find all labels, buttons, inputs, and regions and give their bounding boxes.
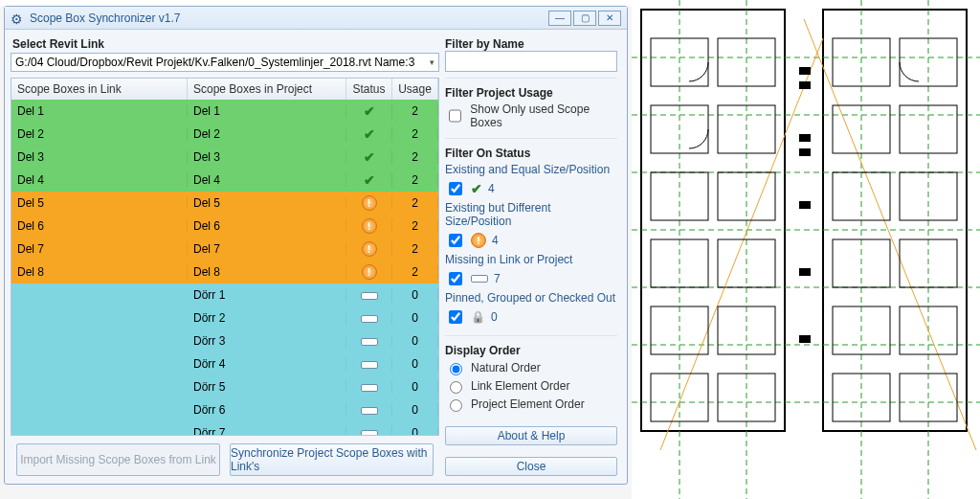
check-icon [364, 126, 375, 142]
display-order-option[interactable]: Natural Order [445, 360, 617, 375]
col-link[interactable]: Scope Boxes in Link [11, 79, 188, 100]
display-order-label: Display Order [445, 344, 617, 357]
svg-rect-45 [799, 335, 811, 343]
table-row[interactable]: Del 5Del 52 [11, 192, 438, 215]
table-row[interactable]: Dörr 30 [11, 329, 438, 352]
display-order-radio[interactable] [450, 363, 462, 375]
existing-diff-count: 4 [492, 234, 499, 247]
missing-icon [361, 292, 378, 300]
table-row[interactable]: Del 1Del 12 [11, 100, 438, 123]
existing-equal-checkbox[interactable] [449, 182, 462, 195]
lock-icon [471, 310, 485, 324]
check-icon [364, 149, 375, 165]
display-order-radio[interactable] [450, 381, 462, 394]
show-only-used-row[interactable]: Show Only used Scope Boxes [445, 102, 617, 129]
existing-diff-label: Existing but Different Size/Position [445, 201, 617, 228]
display-order-label-text: Link Element Order [471, 379, 569, 393]
warn-icon [362, 241, 377, 257]
check-icon [364, 172, 375, 188]
existing-equal-count: 4 [488, 182, 495, 195]
svg-rect-42 [799, 148, 811, 156]
missing-count: 7 [494, 272, 501, 285]
col-usage[interactable]: Usage [392, 79, 438, 100]
display-order-label-text: Natural Order [471, 361, 541, 374]
table-row[interactable]: Dörr 10 [11, 284, 438, 306]
filter-by-name-label: Filter by Name [445, 37, 617, 51]
table-row[interactable]: Dörr 60 [11, 398, 438, 421]
table-row[interactable]: Del 7Del 72 [11, 238, 438, 261]
missing-icon [471, 275, 488, 283]
close-window-button[interactable]: ✕ [598, 11, 621, 26]
missing-icon [361, 315, 378, 323]
col-status[interactable]: Status [346, 79, 392, 100]
missing-label: Missing in Link or Project [445, 253, 617, 266]
svg-rect-44 [799, 268, 811, 276]
existing-equal-label: Existing and Equal Size/Position [445, 163, 617, 176]
gear-icon: ⚙ [11, 11, 24, 25]
missing-icon [361, 338, 378, 346]
revit-link-value: G:/04 Cloud/Dropbox/Revit Projekt/Kv.Fal… [15, 56, 414, 69]
table-header: Scope Boxes in Link Scope Boxes in Proje… [11, 79, 438, 100]
filter-name-input[interactable] [445, 51, 617, 72]
display-order-option[interactable]: Project Element Order [445, 397, 617, 412]
show-only-used-label: Show Only used Scope Boxes [470, 102, 617, 129]
maximize-button[interactable]: ▢ [573, 11, 596, 26]
warn-icon [362, 218, 377, 234]
warn-icon [362, 195, 377, 211]
import-missing-button[interactable]: Import Missing Scope Boxes from Link [16, 443, 220, 476]
display-order-option[interactable]: Link Element Order [445, 378, 617, 394]
missing-checkbox[interactable] [449, 272, 462, 285]
warn-icon [362, 264, 377, 280]
pinned-checkbox[interactable] [449, 310, 462, 324]
table-row[interactable]: Del 6Del 62 [11, 215, 438, 238]
svg-rect-39 [799, 67, 811, 75]
table-row[interactable]: Dörr 40 [11, 352, 438, 375]
chevron-down-icon: ▾ [430, 57, 434, 67]
missing-icon [361, 407, 378, 415]
floor-plan-view[interactable] [632, 0, 980, 499]
synchronize-button[interactable]: Synchronize Project Scope Boxes with Lin… [230, 443, 434, 476]
display-order-label-text: Project Element Order [471, 397, 585, 411]
table-row[interactable]: Dörr 20 [11, 306, 438, 329]
table-row[interactable]: Del 2Del 22 [11, 123, 438, 146]
missing-icon [361, 430, 378, 435]
filter-on-status-label: Filter On Status [445, 147, 617, 160]
table-row[interactable]: Dörr 50 [11, 375, 438, 398]
about-help-button[interactable]: About & Help [445, 426, 617, 445]
filter-usage-label: Filter Project Usage [445, 86, 617, 100]
table-row[interactable]: Del 8Del 82 [11, 261, 438, 284]
col-project[interactable]: Scope Boxes in Project [188, 79, 346, 100]
missing-icon [361, 361, 378, 369]
pinned-count: 0 [491, 310, 498, 324]
check-icon [471, 181, 482, 196]
check-icon [364, 103, 375, 119]
title-bar[interactable]: ⚙ Scope Box Synchronizer v1.7 — ▢ ✕ [5, 7, 627, 30]
pinned-label: Pinned, Grouped or Checked Out [445, 291, 617, 305]
existing-diff-checkbox[interactable] [449, 234, 462, 247]
table-row[interactable]: Del 4Del 42 [11, 169, 438, 192]
svg-rect-43 [799, 201, 811, 209]
table-row[interactable]: Dörr 70 [11, 421, 438, 435]
scope-box-table: Scope Boxes in Link Scope Boxes in Proje… [11, 78, 439, 436]
svg-line-14 [660, 38, 823, 450]
table-body[interactable]: Del 1Del 12Del 2Del 22Del 3Del 32Del 4De… [11, 100, 438, 435]
scope-box-synchronizer-dialog: ⚙ Scope Box Synchronizer v1.7 — ▢ ✕ Sele… [4, 6, 628, 485]
svg-rect-40 [799, 81, 811, 89]
warn-icon [471, 233, 486, 248]
display-order-radio[interactable] [450, 399, 462, 412]
table-row[interactable]: Del 3Del 32 [11, 146, 438, 169]
missing-icon [361, 384, 378, 392]
minimize-button[interactable]: — [548, 11, 571, 26]
show-only-used-checkbox[interactable] [449, 109, 461, 123]
window-title: Scope Box Synchronizer v1.7 [30, 11, 546, 25]
svg-rect-41 [799, 134, 811, 142]
revit-link-combo[interactable]: G:/04 Cloud/Dropbox/Revit Projekt/Kv.Fal… [11, 53, 439, 72]
close-button[interactable]: Close [445, 457, 617, 476]
select-link-label: Select Revit Link [12, 37, 439, 51]
